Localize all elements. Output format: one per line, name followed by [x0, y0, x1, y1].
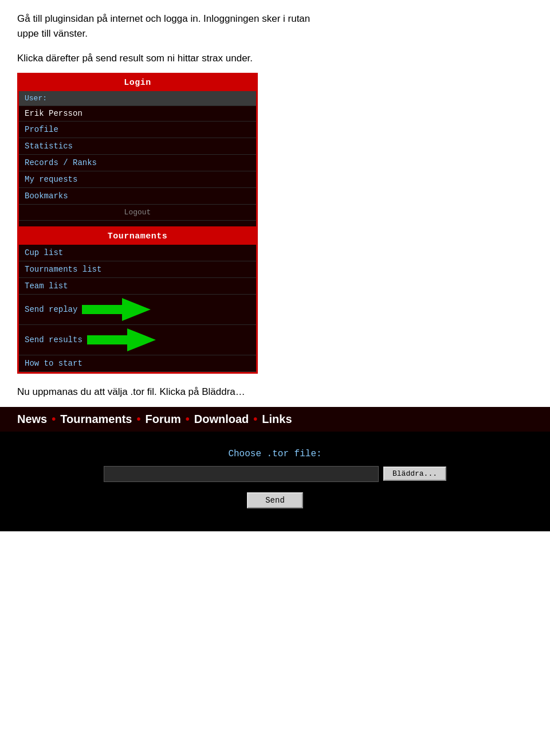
menu-item-bookmarks[interactable]: Bookmarks: [19, 188, 256, 205]
user-name-row: Erik Persson: [19, 106, 256, 122]
nav-tournaments[interactable]: Tournaments: [60, 413, 132, 426]
login-header: Login: [19, 75, 256, 91]
section-gap: [19, 221, 256, 226]
tournaments-header: Tournaments: [19, 228, 256, 245]
menu-item-tournamentslist[interactable]: Tournaments list: [19, 261, 256, 278]
tor-file-input[interactable]: [104, 466, 379, 482]
nav-dot-1: •: [52, 413, 56, 426]
menu-item-teamlist[interactable]: Team list: [19, 278, 256, 295]
menu-item-myrequests[interactable]: My requests: [19, 171, 256, 188]
instruction-paragraph: Klicka därefter på send result som ni hi…: [17, 51, 533, 66]
tournaments-section: Tournaments Cup list Tournaments list Te…: [19, 226, 256, 372]
menu-item-sendresults[interactable]: Send results: [19, 325, 256, 355]
green-arrow-replay: [82, 298, 151, 321]
svg-marker-0: [82, 298, 151, 321]
svg-marker-1: [87, 328, 156, 351]
menu-item-records[interactable]: Records / Ranks: [19, 155, 256, 171]
nav-news[interactable]: News: [17, 413, 47, 426]
menu-item-profile[interactable]: Profile: [19, 122, 256, 138]
browse-button[interactable]: Bläddra...: [383, 467, 446, 481]
form-area: Choose .tor file: Bläddra... Send: [0, 432, 550, 531]
plugin-screenshot: Login User: Erik Persson Profile Statist…: [17, 73, 258, 374]
nav-forum[interactable]: Forum: [145, 413, 180, 426]
menu-item-cuplist[interactable]: Cup list: [19, 245, 256, 261]
navbar: News • Tournaments • Forum • Download • …: [0, 407, 550, 432]
green-arrow-results: [87, 328, 156, 351]
logout-button[interactable]: Logout: [19, 205, 256, 221]
menu-item-howtostart[interactable]: How to start: [19, 355, 256, 372]
nav-dot-3: •: [186, 413, 190, 426]
form-label: Choose .tor file:: [228, 449, 321, 459]
intro-paragraph: Gå till pluginsidan på internet och logg…: [17, 11, 533, 41]
nav-dot-4: •: [253, 413, 257, 426]
form-input-row: Bläddra...: [104, 466, 446, 482]
bottom-instruction: Nu uppmanas du att välja .tor fil. Klick…: [17, 386, 533, 398]
nav-download[interactable]: Download: [194, 413, 249, 426]
send-button[interactable]: Send: [247, 492, 303, 508]
nav-links[interactable]: Links: [262, 413, 292, 426]
user-label-row: User:: [19, 91, 256, 106]
menu-item-statistics[interactable]: Statistics: [19, 138, 256, 155]
nav-dot-2: •: [136, 413, 140, 426]
menu-item-sendreplay[interactable]: Send replay: [19, 295, 256, 325]
